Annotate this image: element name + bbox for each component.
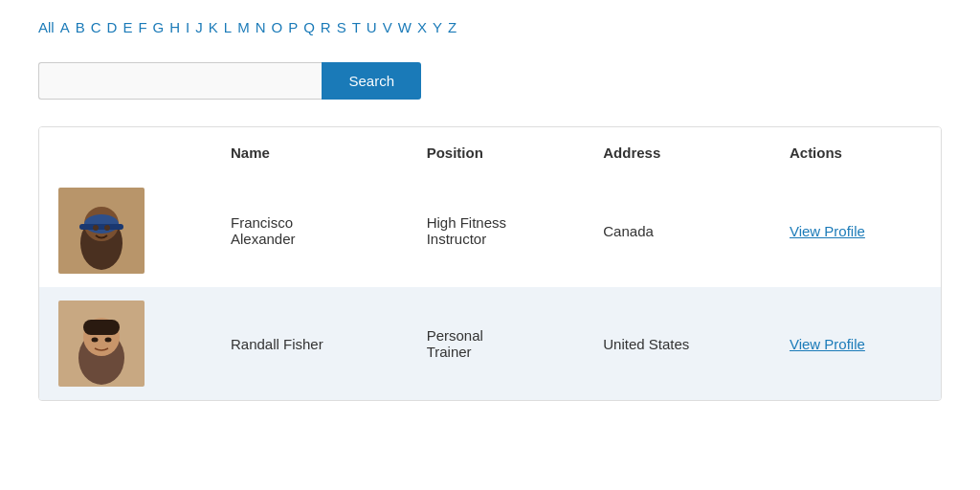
table-header: Name Position Address Actions	[39, 127, 941, 174]
alpha-link-k[interactable]: K	[209, 19, 218, 35]
col-address: Address	[584, 127, 770, 174]
svg-rect-4	[79, 224, 123, 230]
alpha-link-u[interactable]: U	[367, 19, 377, 35]
view-profile-link[interactable]: View Profile	[790, 223, 865, 239]
col-name: Name	[212, 127, 408, 174]
name-cell: FranciscoAlexander	[212, 174, 408, 287]
alpha-link-a[interactable]: A	[60, 19, 70, 35]
alpha-link-t[interactable]: T	[352, 19, 361, 35]
name-cell: Randall Fisher	[212, 287, 408, 400]
results-table: Name Position Address Actions FranciscoA…	[39, 127, 941, 400]
search-button[interactable]: Search	[322, 62, 421, 100]
alpha-link-l[interactable]: L	[224, 19, 232, 35]
address-cell: United States	[584, 287, 770, 400]
svg-point-11	[92, 338, 99, 343]
alpha-link-c[interactable]: C	[91, 19, 101, 35]
svg-point-5	[93, 225, 99, 231]
alpha-link-j[interactable]: J	[195, 19, 203, 35]
alpha-link-x[interactable]: X	[417, 19, 427, 35]
alpha-link-f[interactable]: F	[138, 19, 146, 35]
avatar-cell	[39, 287, 212, 400]
actions-cell: View Profile	[770, 174, 941, 287]
alpha-link-o[interactable]: O	[271, 19, 282, 35]
avatar	[58, 188, 145, 274]
position-cell: High FitnessInstructor	[408, 174, 585, 287]
search-bar: Search	[38, 62, 421, 100]
alpha-link-h[interactable]: H	[169, 19, 180, 35]
svg-point-12	[105, 338, 112, 343]
alpha-link-v[interactable]: V	[383, 19, 392, 35]
alpha-link-i[interactable]: I	[186, 19, 189, 35]
results-table-container: Name Position Address Actions FranciscoA…	[38, 126, 942, 401]
alpha-link-b[interactable]: B	[76, 19, 85, 35]
search-input[interactable]	[38, 62, 322, 100]
svg-point-6	[104, 225, 110, 231]
col-position: Position	[408, 127, 585, 174]
alpha-link-z[interactable]: Z	[448, 19, 457, 35]
table-row: FranciscoAlexander High FitnessInstructo…	[39, 174, 941, 287]
alpha-link-g[interactable]: G	[153, 19, 165, 35]
alpha-link-y[interactable]: Y	[433, 19, 442, 35]
position-cell: PersonalTrainer	[408, 287, 585, 400]
alpha-link-e[interactable]: E	[122, 19, 132, 35]
alpha-link-all[interactable]: All	[38, 19, 55, 35]
col-avatar	[39, 127, 212, 174]
avatar	[58, 301, 145, 387]
alpha-link-m[interactable]: M	[237, 19, 250, 35]
alpha-link-p[interactable]: P	[288, 19, 298, 35]
alpha-link-w[interactable]: W	[398, 19, 412, 35]
alpha-link-n[interactable]: N	[256, 19, 266, 35]
avatar-cell	[39, 174, 212, 287]
actions-cell: View Profile	[770, 287, 941, 400]
table-body: FranciscoAlexander High FitnessInstructo…	[39, 174, 941, 400]
table-row: Randall Fisher PersonalTrainer United St…	[39, 287, 941, 400]
alpha-link-q[interactable]: Q	[303, 19, 315, 35]
alpha-link-s[interactable]: S	[337, 19, 346, 35]
view-profile-link[interactable]: View Profile	[790, 336, 865, 352]
col-actions: Actions	[770, 127, 941, 174]
svg-rect-10	[83, 320, 120, 335]
alpha-link-r[interactable]: R	[321, 19, 331, 35]
address-cell: Canada	[584, 174, 770, 287]
alpha-link-d[interactable]: D	[107, 19, 118, 35]
alphabet-nav: AllABCDEFGHIJKLMNOPQRSTUVWXYZ	[38, 19, 942, 35]
